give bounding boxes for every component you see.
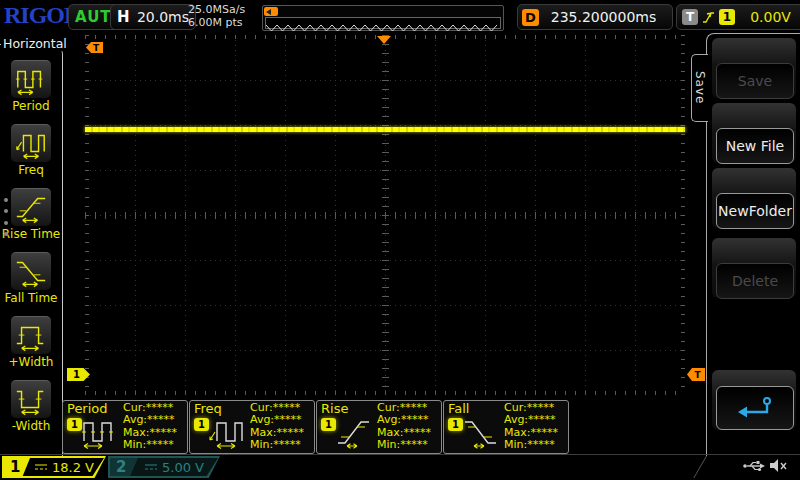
footer-diagonal-divider [693, 456, 707, 478]
channel-badge: 1 [321, 418, 336, 431]
left-arrow-icon [266, 9, 271, 15]
sidebar-item-freq-label: Freq [0, 163, 62, 177]
stat-label: Avg: [504, 413, 528, 426]
return-arrow-icon [733, 395, 777, 421]
stat-value: ***** [527, 401, 555, 414]
measurement-panel-period: Period 1 Cur:***** Avg:***** Max:***** M… [62, 400, 188, 454]
sidebar-item-fall-time-label: Fall Time [0, 291, 62, 305]
trigger-readout: T 1 0.00V [676, 4, 800, 30]
timebase-value: 20.0ms [137, 9, 189, 25]
sidebar-item-plus-width[interactable] [11, 316, 51, 354]
sidebar-item-rise-time[interactable] [11, 188, 51, 226]
stat-label: Max: [250, 426, 276, 439]
measurement-panel-rise: Rise 1 Cur:***** Avg:***** Max:***** Min… [316, 400, 442, 454]
delay-value: 235.200000ms [539, 9, 668, 25]
sidebar-item-fall-time[interactable] [11, 252, 51, 290]
stat-label: Avg: [377, 413, 401, 426]
rise-time-icon [14, 191, 48, 225]
stat-value: ***** [528, 413, 556, 426]
channel-badge: 1 [67, 418, 82, 431]
page-indicator-dot [4, 221, 8, 225]
measurement-name: Rise [321, 401, 348, 416]
sidebar-item-minus-width[interactable] [11, 380, 51, 418]
back-button[interactable] [716, 386, 794, 430]
channel2-body: 2 5.00 V [110, 458, 218, 476]
fall-time-icon [14, 255, 48, 289]
freq-icon [14, 127, 48, 161]
channel2-badge[interactable]: 2 5.00 V [108, 456, 220, 478]
sidebar-item-freq[interactable] [11, 124, 51, 162]
new-file-button[interactable]: New File [716, 128, 794, 164]
sidebar-item-plus-width-label: +Width [0, 355, 62, 369]
stat-value: ***** [527, 438, 555, 451]
measurement-name: Period [67, 401, 108, 416]
channel2-scale: 5.00 V [162, 460, 204, 475]
period-icon [14, 63, 48, 97]
channel1-number: 1 [4, 458, 20, 476]
trigger-level-value: 0.00V [739, 9, 800, 25]
stat-label: Max: [504, 426, 530, 439]
channel2-number: 2 [110, 458, 126, 476]
trigger-source-badge: 1 [719, 9, 735, 25]
measurement-panel-fall: Fall 1 Cur:***** Avg:***** Max:***** Min… [443, 400, 569, 454]
stat-label: Cur: [504, 401, 527, 414]
graticule [85, 35, 685, 395]
memory-waveform-preview [262, 5, 504, 31]
minus-width-icon [14, 383, 48, 417]
stat-label: Min: [250, 438, 273, 451]
stat-value: ***** [400, 438, 428, 451]
left-menu-title: Horizontal [1, 36, 69, 51]
measurement-name: Freq [194, 401, 222, 416]
measurement-name: Fall [448, 401, 469, 416]
page-indicator-dot [4, 209, 8, 213]
plus-width-icon [14, 319, 48, 353]
stat-value: ***** [403, 426, 431, 439]
channel-badge: 1 [194, 418, 209, 431]
usb-icon [742, 459, 766, 473]
channel1-scale: 18.2 V [52, 460, 94, 475]
page-indicator-dot [4, 232, 8, 236]
speaker-muted-icon [768, 457, 788, 474]
channel1-body: 1 18.2 V [4, 458, 104, 476]
edge-trigger-icon [702, 9, 715, 25]
stat-value: ***** [146, 401, 174, 414]
stat-value: ***** [146, 438, 174, 451]
timebase-label: H [117, 8, 130, 26]
stat-label: Max: [123, 426, 149, 439]
stat-label: Cur: [250, 401, 273, 414]
stat-label: Min: [123, 438, 146, 451]
channel1-trace [85, 127, 685, 132]
sidebar-item-minus-width-label: -Width [0, 419, 62, 433]
acquisition-readout: 25.0MSa/s 6.00M pts [188, 3, 245, 29]
dc-coupling-icon [144, 462, 158, 472]
memory-waveform-strip [265, 17, 501, 29]
stat-label: Max: [377, 426, 403, 439]
stat-value: ***** [276, 426, 304, 439]
stat-label: Cur: [123, 401, 146, 414]
menu-tab-save-label: Save [693, 71, 707, 104]
stat-label: Min: [504, 438, 527, 451]
stat-value: ***** [400, 401, 428, 414]
memory-position-marker [264, 7, 278, 16]
new-folder-button[interactable]: NewFolder [716, 193, 794, 229]
stat-value: ***** [147, 413, 175, 426]
tick-marks-center-horizontal [85, 212, 685, 219]
stat-label: Avg: [123, 413, 147, 426]
channel1-badge[interactable]: 1 18.2 V [2, 456, 106, 478]
rise-icon [335, 417, 375, 449]
sidebar-item-rise-time-label: Rise Time [0, 227, 62, 241]
stat-label: Avg: [250, 413, 274, 426]
delete-button[interactable]: Delete [716, 263, 794, 299]
sidebar-item-period[interactable] [11, 60, 51, 98]
stat-value: ***** [149, 426, 177, 439]
fall-icon [462, 417, 502, 449]
stat-label: Cur: [377, 401, 400, 414]
memory-waveform-icon [266, 22, 498, 33]
stat-value: ***** [530, 426, 558, 439]
menu-tab-save: Save [691, 54, 708, 122]
save-button[interactable]: Save [716, 63, 794, 99]
freq-icon [208, 417, 248, 449]
page-indicator-dot [4, 198, 8, 202]
stat-value: ***** [273, 401, 301, 414]
memory-depth-value: 6.00M pts [188, 16, 245, 29]
